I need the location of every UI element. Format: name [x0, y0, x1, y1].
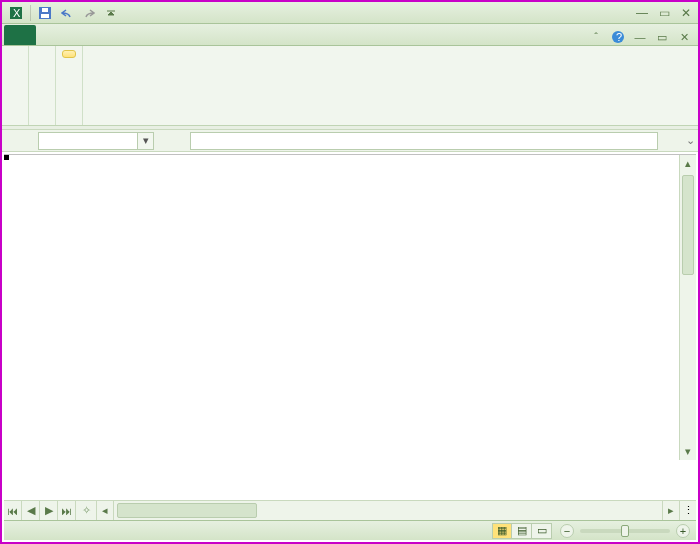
ribbon — [2, 46, 698, 126]
page-layout-view-icon[interactable]: ▤ — [512, 523, 532, 539]
zoom-track[interactable] — [580, 529, 670, 533]
ribbon-group-label — [35, 121, 49, 123]
window-restore-icon[interactable]: ▭ — [654, 29, 670, 45]
entire-workbook-to-csv-button[interactable] — [62, 60, 76, 68]
formula-expand-icon[interactable]: ⌄ — [682, 134, 698, 147]
split-handle-icon[interactable]: ⋮ — [679, 501, 696, 520]
restore-icon[interactable]: ▭ — [656, 6, 672, 20]
vertical-scrollbar[interactable]: ▴ ▾ — [679, 155, 696, 460]
view-buttons: ▦ ▤ ▭ — [492, 523, 552, 539]
scroll-thumb[interactable] — [117, 503, 257, 518]
help-icon[interactable]: ? — [610, 29, 626, 45]
grid[interactable]: ▴ ▾ — [4, 154, 696, 500]
window-controls: ― ▭ ✕ — [634, 6, 694, 20]
svg-rect-4 — [42, 8, 48, 12]
ribbon-group-label — [62, 121, 76, 123]
svg-rect-3 — [41, 14, 49, 18]
svg-text:?: ? — [616, 31, 622, 43]
status-bar: ▦ ▤ ▭ − + — [4, 520, 696, 540]
plot-po-results-button[interactable] — [35, 50, 49, 58]
file-tab[interactable] — [4, 25, 36, 45]
horizontal-scrollbar[interactable]: ◂ ▸ ⋮ — [96, 501, 696, 520]
formula-bar-row: ▾ ⌄ — [2, 130, 698, 152]
formula-input[interactable] — [190, 132, 658, 150]
ribbon-tabs: ˆ ? ― ▭ ✕ — [2, 24, 698, 46]
name-box[interactable] — [38, 132, 138, 150]
ribbon-help-area: ˆ ? ― ▭ ✕ — [588, 29, 698, 45]
scroll-left-icon[interactable]: ◂ — [97, 501, 114, 520]
sheet-tab-row: ⏮ ◀ ▶ ⏭ ✧ ◂ ▸ ⋮ — [4, 500, 696, 520]
undo-icon[interactable] — [57, 4, 77, 22]
ribbon-group-tuflow — [29, 46, 56, 125]
minimize-ribbon-icon[interactable]: ˆ — [588, 29, 604, 45]
svg-text:X: X — [13, 7, 21, 19]
worksheet-area: ▴ ▾ ⏮ ◀ ▶ ⏭ ✧ ◂ ▸ ⋮ — [4, 154, 696, 520]
title-bar: X ― ▭ ✕ — [2, 2, 698, 24]
page-break-view-icon[interactable]: ▭ — [532, 523, 552, 539]
close-icon[interactable]: ✕ — [678, 6, 694, 20]
tab-first-icon[interactable]: ⏮ — [4, 501, 22, 520]
scroll-up-icon[interactable]: ▴ — [680, 155, 696, 172]
ribbon-group-bcdbase — [56, 46, 83, 125]
redo-icon[interactable] — [79, 4, 99, 22]
name-box-dropdown-icon[interactable]: ▾ — [138, 132, 154, 150]
tab-next-icon[interactable]: ▶ — [40, 501, 58, 520]
plot-1d-results-button[interactable] — [8, 50, 22, 58]
tab-prev-icon[interactable]: ◀ — [22, 501, 40, 520]
export-active-chart-button[interactable] — [35, 60, 49, 68]
scroll-down-icon[interactable]: ▾ — [680, 443, 696, 460]
ribbon-group-label — [8, 121, 22, 123]
save-icon[interactable] — [35, 4, 55, 22]
normal-view-icon[interactable]: ▦ — [492, 523, 512, 539]
zoom-in-icon[interactable]: + — [676, 524, 690, 538]
insert-sheet-icon[interactable]: ✧ — [76, 501, 96, 520]
selection-cursor — [4, 155, 8, 159]
quick-access-toolbar: X — [6, 4, 121, 22]
tab-nav: ⏮ ◀ ▶ ⏭ — [4, 501, 76, 520]
scroll-right-icon[interactable]: ▸ — [662, 501, 679, 520]
zoom-out-icon[interactable]: − — [560, 524, 574, 538]
zoom-thumb[interactable] — [621, 525, 629, 537]
window-close-icon[interactable]: ✕ — [676, 29, 692, 45]
excel-icon[interactable]: X — [6, 4, 26, 22]
activesheet-to-csv-button[interactable] — [62, 50, 76, 58]
scroll-thumb[interactable] — [682, 175, 694, 275]
zoom-slider: − + — [560, 524, 690, 538]
ribbon-group-estry — [2, 46, 29, 125]
minimize-icon[interactable]: ― — [634, 6, 650, 20]
window-minimize-icon[interactable]: ― — [632, 29, 648, 45]
qat-customize-icon[interactable] — [101, 4, 121, 22]
tab-last-icon[interactable]: ⏭ — [58, 501, 76, 520]
